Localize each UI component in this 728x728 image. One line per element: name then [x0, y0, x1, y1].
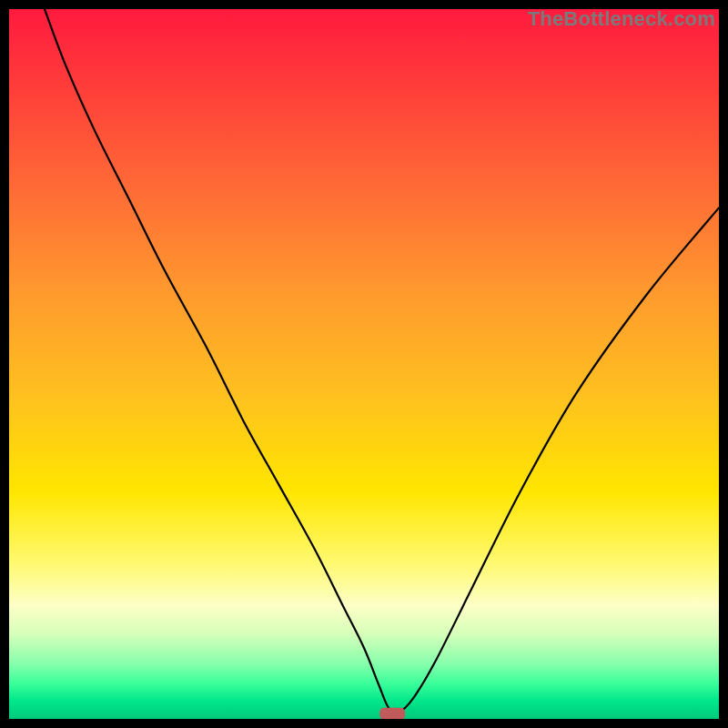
plot-area: TheBottleneck.com [9, 9, 719, 719]
chart-svg [9, 9, 719, 719]
watermark-text: TheBottleneck.com [528, 7, 715, 31]
bottleneck-curve [45, 9, 719, 713]
chart-frame: TheBottleneck.com [9, 9, 719, 719]
minimum-marker [379, 708, 405, 719]
